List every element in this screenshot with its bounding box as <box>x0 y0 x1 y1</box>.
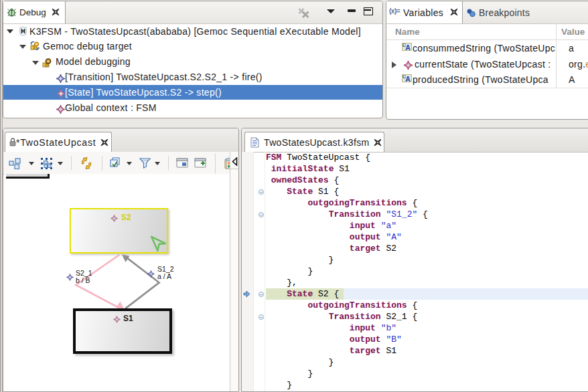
svg-text:A: A <box>405 43 411 52</box>
svg-text:A: A <box>405 75 411 83</box>
